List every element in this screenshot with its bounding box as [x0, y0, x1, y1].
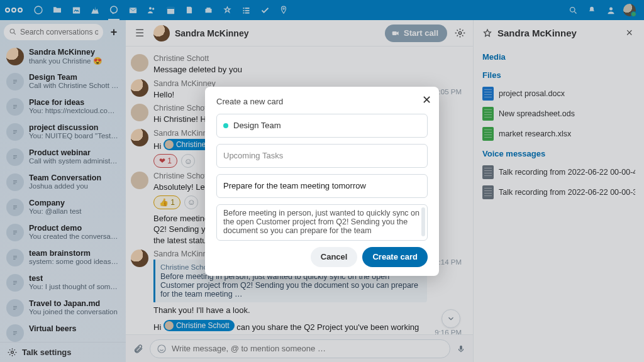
- board-select[interactable]: Design Team: [216, 114, 428, 138]
- board-name: Design Team: [233, 121, 281, 130]
- card-title-input[interactable]: Prepare for the team meeting tomorrow: [216, 174, 428, 198]
- card-description-input[interactable]: Before meeting in person, just wanted to…: [216, 204, 428, 241]
- create-card-button[interactable]: Create card: [362, 247, 428, 267]
- modal-overlay: ✕ Create a new card Design Team Upcoming…: [0, 0, 644, 362]
- cancel-button[interactable]: Cancel: [311, 247, 358, 267]
- modal-title: Create a new card: [216, 97, 428, 106]
- list-select[interactable]: Upcoming Tasks: [216, 144, 428, 168]
- create-card-modal: ✕ Create a new card Design Team Upcoming…: [205, 87, 439, 276]
- list-name: Upcoming Tasks: [223, 151, 283, 160]
- card-title-text: Prepare for the team meeting tomorrow: [223, 181, 366, 190]
- modal-close-button[interactable]: ✕: [422, 93, 431, 107]
- board-color-dot: [223, 123, 228, 128]
- card-description-text: Before meeting in person, just wanted to…: [223, 209, 419, 235]
